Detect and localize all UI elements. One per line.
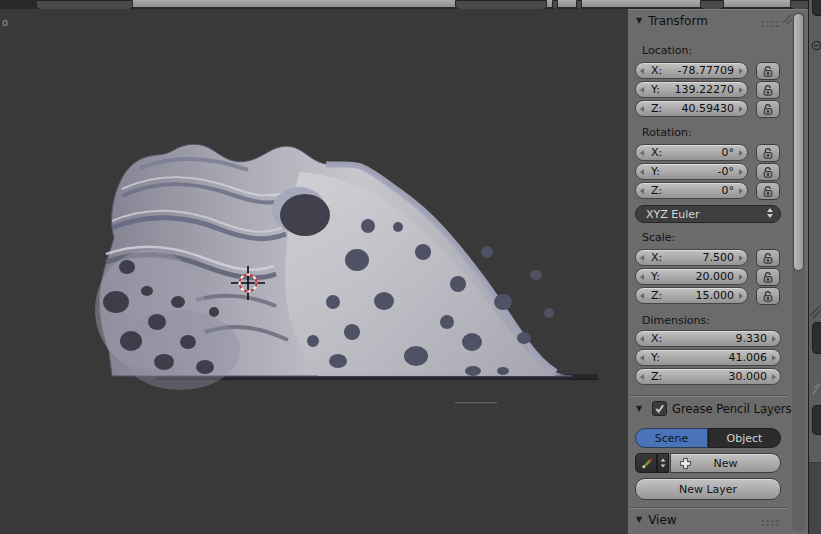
- panel-grip-icon[interactable]: ::::: [760, 517, 780, 528]
- viewport-corner-label: o: [2, 17, 8, 28]
- view-panel-header[interactable]: ▼ View: [636, 512, 677, 528]
- editor-shade: [809, 462, 821, 534]
- panel-grip-icon[interactable]: ::::: [760, 406, 780, 417]
- decrement-arrow-icon[interactable]: [640, 169, 644, 175]
- increment-arrow-icon[interactable]: [739, 255, 743, 261]
- panel-separator: [630, 395, 788, 396]
- grease-pencil-panel-header[interactable]: ▼: [636, 401, 642, 417]
- rotation-mode-value: XYZ Euler: [646, 208, 700, 221]
- minus-circle-icon[interactable]: [811, 40, 821, 51]
- grease-pencil-checkbox[interactable]: [652, 401, 667, 416]
- scale-y-lock-button[interactable]: [756, 268, 780, 286]
- collapse-triangle-icon: ▼: [636, 17, 642, 25]
- partial-button[interactable]: [812, 405, 821, 435]
- increment-arrow-icon[interactable]: [739, 68, 743, 74]
- panel-scrollbar-track[interactable]: [792, 12, 805, 532]
- axis-label: Y:: [651, 83, 660, 96]
- tab-scene[interactable]: Scene: [635, 428, 708, 448]
- increment-arrow-icon[interactable]: [739, 87, 743, 93]
- location-y-lock-button[interactable]: [756, 81, 780, 99]
- increment-arrow-icon[interactable]: [772, 355, 776, 361]
- lock-open-icon: [762, 252, 774, 265]
- brush-stepper[interactable]: [657, 453, 669, 473]
- rotation-x-lock-button[interactable]: [756, 144, 780, 162]
- axis-value: 9.330: [662, 332, 767, 345]
- header-band: [45, 0, 806, 7]
- new-button-label: New: [714, 457, 738, 470]
- location-x-lock-button[interactable]: [756, 62, 780, 80]
- decrement-arrow-icon[interactable]: [640, 87, 644, 93]
- new-layer-button-label: New Layer: [679, 483, 737, 496]
- axis-label: Z:: [651, 184, 662, 197]
- decrement-arrow-icon[interactable]: [640, 68, 644, 74]
- location-x-field[interactable]: X: -78.77709: [635, 62, 748, 79]
- panel-grip-icon[interactable]: ::::: [760, 18, 780, 29]
- panel-scrollbar-thumb[interactable]: [793, 13, 804, 271]
- decrement-arrow-icon[interactable]: [640, 274, 644, 280]
- location-label: Location:: [642, 44, 692, 57]
- location-y-field[interactable]: Y: 139.22270: [635, 81, 748, 98]
- decrement-arrow-icon[interactable]: [640, 255, 644, 261]
- dimensions-label: Dimensions:: [642, 314, 710, 327]
- new-layer-button[interactable]: New Layer: [635, 478, 781, 500]
- decrement-arrow-icon[interactable]: [640, 336, 644, 342]
- axis-value: 40.59430: [662, 102, 734, 115]
- lock-open-icon: [762, 271, 774, 284]
- axis-value: 0°: [662, 184, 734, 197]
- location-z-lock-button[interactable]: [756, 100, 780, 118]
- scale-z-lock-button[interactable]: [756, 287, 780, 305]
- axis-value: 0°: [662, 146, 734, 159]
- partial-button[interactable]: [812, 0, 821, 16]
- increment-arrow-icon[interactable]: [739, 188, 743, 194]
- rotation-z-field[interactable]: Z: 0°: [635, 182, 748, 199]
- rotation-y-field[interactable]: Y: -0°: [635, 163, 748, 180]
- decrement-arrow-icon[interactable]: [640, 106, 644, 112]
- new-button[interactable]: New: [670, 453, 781, 473]
- decrement-arrow-icon[interactable]: [640, 374, 644, 380]
- stepper-up-icon[interactable]: [661, 458, 666, 461]
- transform-panel-header[interactable]: ▼ Transform: [636, 13, 708, 29]
- rotation-mode-select[interactable]: XYZ Euler: [635, 205, 781, 223]
- scale-y-field[interactable]: Y: 20.000: [635, 268, 748, 285]
- increment-arrow-icon[interactable]: [772, 374, 776, 380]
- mesh-object[interactable]: [95, 144, 572, 390]
- tab-object[interactable]: Object: [708, 428, 781, 448]
- grease-pencil-brush-button[interactable]: [635, 453, 657, 473]
- lock-open-icon: [762, 166, 774, 179]
- partial-icon: [812, 383, 821, 395]
- increment-arrow-icon[interactable]: [739, 169, 743, 175]
- 3d-viewport[interactable]: o: [0, 9, 629, 534]
- axis-label: Z:: [651, 289, 662, 302]
- scale-z-field[interactable]: Z: 15.000: [635, 287, 748, 304]
- scale-x-lock-button[interactable]: [756, 249, 780, 267]
- dimension-y-field[interactable]: Y: 41.006: [635, 349, 781, 366]
- rotation-z-lock-button[interactable]: [756, 182, 780, 200]
- increment-arrow-icon[interactable]: [772, 336, 776, 342]
- transform-panel-title: Transform: [648, 14, 708, 28]
- tab-scene-label: Scene: [655, 432, 689, 445]
- axis-value: -0°: [660, 165, 734, 178]
- decrement-arrow-icon[interactable]: [640, 293, 644, 299]
- location-z-field[interactable]: Z: 40.59430: [635, 100, 748, 117]
- increment-arrow-icon[interactable]: [739, 274, 743, 280]
- stepper-down-icon[interactable]: [661, 464, 666, 467]
- rotation-y-lock-button[interactable]: [756, 163, 780, 181]
- collapse-triangle-icon: ▼: [636, 516, 642, 524]
- partial-button[interactable]: [812, 322, 821, 354]
- resize-corner-icon[interactable]: [810, 306, 821, 319]
- scale-label: Scale:: [642, 231, 675, 244]
- dimension-z-field[interactable]: Z: 30.000: [635, 368, 781, 385]
- axis-value: 41.006: [660, 351, 767, 364]
- rotation-x-field[interactable]: X: 0°: [635, 144, 748, 161]
- decrement-arrow-icon[interactable]: [640, 188, 644, 194]
- lock-open-icon: [762, 103, 774, 116]
- viewport-canvas: [0, 9, 628, 534]
- dimension-x-field[interactable]: X: 9.330: [635, 330, 781, 347]
- increment-arrow-icon[interactable]: [739, 150, 743, 156]
- decrement-arrow-icon[interactable]: [640, 355, 644, 361]
- increment-arrow-icon[interactable]: [739, 106, 743, 112]
- decrement-arrow-icon[interactable]: [640, 150, 644, 156]
- increment-arrow-icon[interactable]: [739, 293, 743, 299]
- scale-x-field[interactable]: X: 7.500: [635, 249, 748, 266]
- plus-icon: [679, 457, 692, 470]
